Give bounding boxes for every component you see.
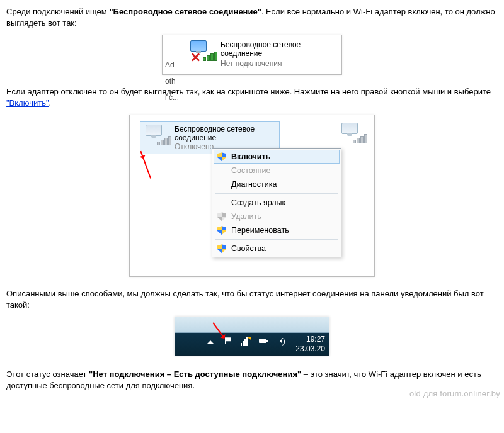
- system-clock[interactable]: 19:27 23.03.20: [295, 335, 325, 354]
- menu-create-shortcut[interactable]: Создать ярлык: [214, 196, 340, 210]
- menu-separator: [215, 239, 338, 240]
- power-icon[interactable]: [258, 336, 268, 346]
- blank-icon: [217, 166, 226, 175]
- tray-overflow-icon[interactable]: [205, 336, 215, 346]
- shield-icon: [217, 226, 226, 235]
- blank-icon: [217, 198, 226, 207]
- adapter-icon: [189, 40, 215, 63]
- sound-icon[interactable]: [276, 336, 286, 346]
- adapter-status: Нет подключения: [220, 59, 301, 68]
- adapter-disabled-icon: [143, 125, 169, 147]
- ghost-adapter-icon: [339, 123, 365, 145]
- screenshot-adapter-disabled: Беспроводное сетевое соединение Отключен…: [129, 115, 375, 277]
- system-tray: [205, 336, 286, 346]
- blank-icon: [217, 180, 226, 189]
- para-1: Среди подключений ищем "Беспроводное сет…: [6, 6, 498, 28]
- monitor-grey-icon: [341, 123, 358, 134]
- screenshot-taskbar: 19:27 23.03.20: [175, 317, 329, 356]
- context-menu: Включить Состояние Диагностика Создать я…: [212, 148, 341, 257]
- window-bar: [175, 317, 329, 333]
- red-x-icon: [191, 53, 200, 62]
- monitor-grey-icon: [146, 125, 162, 136]
- signal-bars-icon: [203, 52, 217, 61]
- menu-status[interactable]: Состояние: [214, 164, 340, 177]
- watermark: old для forum.onliner.by: [410, 389, 500, 398]
- menu-rename[interactable]: Переименовать: [214, 223, 340, 237]
- para-4: Этот статус означает "Нет подключения – …: [6, 369, 498, 391]
- para1-bold: "Беспроводное сетевое соединение": [109, 7, 261, 16]
- monitor-icon: [190, 40, 207, 52]
- enable-link[interactable]: "Включить": [6, 98, 49, 108]
- para4-bold: "Нет подключения – Есть доступные подклю…: [89, 369, 301, 379]
- cut-edge-labels: Ad oth і с...: [165, 53, 179, 110]
- para-3: Описанными выше способами, мы должны сде…: [6, 288, 498, 310]
- action-center-icon[interactable]: [223, 336, 233, 346]
- figure-3: 19:27 23.03.20: [6, 317, 498, 357]
- signal-bars-grey-icon: [353, 135, 367, 143]
- network-icon[interactable]: [241, 337, 251, 346]
- menu-delete[interactable]: Удалить: [214, 210, 340, 223]
- figure-1: Ad oth і с... Беспроводное сетевое соеди…: [6, 35, 498, 75]
- screenshot-adapter-enabled: Ad oth і с... Беспроводное сетевое соеди…: [162, 35, 342, 75]
- shield-icon: [217, 244, 226, 253]
- adapter-title-2: Беспроводное сетевое соединение: [175, 125, 255, 142]
- shield-icon: [217, 212, 226, 221]
- menu-enable[interactable]: Включить: [214, 150, 340, 164]
- network-available-star-icon: [247, 334, 254, 340]
- menu-separator: [215, 193, 338, 194]
- figure-2: Беспроводное сетевое соединение Отключен…: [6, 115, 498, 277]
- menu-diagnostics[interactable]: Диагностика: [214, 177, 340, 191]
- adapter-title: Беспроводное сетевое соединение: [220, 40, 301, 58]
- red-arrow-icon: [140, 151, 151, 179]
- shield-icon: [217, 152, 226, 161]
- para-2: Если адаптер отключен то он будет выгляд…: [6, 86, 498, 108]
- signal-bars-grey-icon: [157, 137, 171, 145]
- menu-properties[interactable]: Свойства: [214, 242, 340, 256]
